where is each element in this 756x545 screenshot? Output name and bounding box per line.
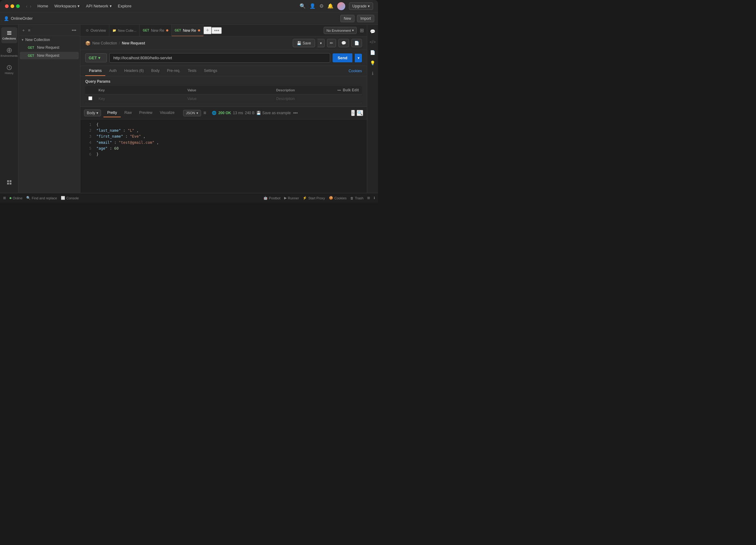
layout-button[interactable]: ⊞	[367, 196, 370, 200]
url-input[interactable]	[109, 53, 330, 63]
chevron-icon: ▾	[22, 38, 23, 42]
minimize-button[interactable]	[11, 4, 14, 8]
resp-tab-visualize[interactable]: Visualize	[156, 109, 178, 117]
start-proxy-button[interactable]: ⚡ Start Proxy	[303, 196, 325, 200]
status-ok: 200 OK	[218, 111, 231, 115]
req-tab-params[interactable]: Params	[85, 66, 105, 76]
right-sidebar-comment-icon[interactable]: 💬	[368, 27, 377, 36]
document-icon-button[interactable]: 📄	[351, 39, 362, 47]
home-link[interactable]: Home	[37, 4, 48, 8]
wrap-icon-button[interactable]: ≡	[203, 110, 207, 116]
titlebar: ‹ › Home Workspaces ▾ API Network ▾ Expl…	[0, 0, 378, 12]
add-tab-button[interactable]: +	[204, 27, 212, 34]
response-section: Body ▾ Pretty Raw Preview Visualize JSON…	[80, 107, 367, 193]
code-line-1: 1 {	[80, 122, 367, 128]
status-grid-button[interactable]: ⊞	[3, 196, 6, 200]
api-network-menu[interactable]: API Network ▾	[86, 4, 111, 8]
key-input[interactable]	[99, 97, 181, 101]
save-dropdown-button[interactable]: ▾	[317, 39, 325, 47]
right-sidebar-info-icon[interactable]: ℹ	[368, 69, 377, 78]
settings-icon[interactable]: ⚙	[319, 3, 324, 9]
send-button[interactable]: Send	[333, 53, 352, 62]
request-item-2[interactable]: GET New Request	[20, 52, 79, 59]
new-button[interactable]: New	[340, 15, 355, 22]
breadcrumb-collection[interactable]: New Collection	[92, 41, 117, 45]
sidebar-item-history[interactable]: History	[1, 62, 17, 78]
upgrade-button[interactable]: Upgrade ▾	[349, 2, 373, 10]
tab-new-req-1[interactable]: 📁 New Colle...	[109, 25, 140, 36]
tab-overview[interactable]: ⊙ Overview	[83, 25, 109, 36]
request-item-1[interactable]: GET New Request	[20, 44, 79, 51]
find-replace-button[interactable]: 🔍 Find and replace	[26, 196, 57, 200]
workspace-actions: New Import	[340, 15, 374, 22]
more-options-icon[interactable]: •••	[71, 27, 77, 33]
maximize-button[interactable]	[16, 4, 20, 8]
team-icon[interactable]: 👤	[309, 3, 316, 9]
collection-item[interactable]: ▾ New Collection	[19, 36, 80, 44]
save-button[interactable]: 💾 Save	[293, 39, 315, 47]
right-sidebar-doc-icon[interactable]: 📄	[368, 48, 377, 57]
add-collection-icon[interactable]: +	[22, 27, 25, 33]
filter-icon[interactable]: ≡	[27, 27, 31, 33]
response-more-button[interactable]: •••	[292, 110, 298, 116]
req-tab-tests[interactable]: Tests	[184, 66, 200, 76]
req-tab-auth[interactable]: Auth	[105, 66, 120, 76]
runner-button[interactable]: ▶ Runner	[284, 196, 299, 200]
search-response-button[interactable]: 🔍	[357, 110, 363, 116]
cookies-status-button[interactable]: 🍪 Cookies	[329, 196, 347, 200]
status-bar: ⊞ Online 🔍 Find and replace ⬜ Console 🤖 …	[0, 193, 378, 203]
resp-tab-preview[interactable]: Preview	[136, 109, 156, 117]
bulk-edit-button[interactable]: Bulk Edit	[343, 88, 359, 92]
cookies-link[interactable]: Cookies	[349, 69, 362, 73]
description-input[interactable]	[276, 97, 359, 101]
tab-new-req-2[interactable]: GET New Re	[140, 25, 171, 36]
format-selector[interactable]: JSON ▾	[183, 110, 201, 116]
breadcrumb-request: New Request	[122, 41, 145, 45]
workspaces-menu[interactable]: Workspaces ▾	[54, 4, 80, 8]
code-line-4: 4 "email" : "test@gmail.com" ,	[80, 140, 367, 146]
req-tab-body[interactable]: Body	[147, 66, 163, 76]
status-online[interactable]: Online	[10, 196, 23, 200]
import-button[interactable]: Import	[357, 15, 374, 22]
explore-link[interactable]: Explore	[118, 4, 132, 8]
resp-tab-pretty[interactable]: Pretty	[103, 109, 120, 117]
bell-icon[interactable]: 🔔	[327, 3, 334, 9]
comment-icon-button[interactable]: 💬	[338, 39, 349, 47]
tab-new-req-3[interactable]: GET New Re	[172, 25, 204, 36]
method-selector[interactable]: GET ▾	[85, 53, 107, 62]
trash-button[interactable]: 🗑 Trash	[350, 196, 363, 200]
send-dropdown-button[interactable]: ▾	[355, 54, 362, 62]
right-sidebar-lightbulb-icon[interactable]: 💡	[368, 59, 377, 67]
postbot-icon: 🤖	[263, 196, 268, 200]
nav-arrows: ‹ ›	[26, 4, 31, 9]
forward-button[interactable]: ›	[30, 4, 31, 9]
back-button[interactable]: ‹	[26, 4, 27, 9]
env-selector[interactable]: No Environment ▾	[324, 27, 357, 34]
req-tab-headers[interactable]: Headers (6)	[120, 66, 147, 76]
help-button[interactable]: ℹ	[374, 196, 375, 200]
edit-icon-button[interactable]: ✏	[327, 39, 336, 47]
postbot-button[interactable]: 🤖 Postbot	[263, 196, 280, 200]
value-input[interactable]	[187, 97, 270, 101]
search-icon[interactable]: 🔍	[300, 3, 306, 9]
resp-tab-raw[interactable]: Raw	[121, 109, 136, 117]
console-button[interactable]: ⬜ Console	[61, 196, 79, 200]
right-sidebar-code-icon[interactable]: </>	[368, 38, 377, 46]
save-example-button[interactable]: 💾 Save as example	[256, 111, 291, 115]
avatar[interactable]	[337, 2, 345, 10]
close-button[interactable]	[5, 4, 9, 8]
sidebar-item-collections[interactable]: Collections	[1, 27, 17, 43]
body-tab-selector[interactable]: Body ▾	[84, 110, 101, 116]
titlebar-right: 🔍 👤 ⚙ 🔔 Upgrade ▾	[300, 2, 373, 10]
svg-rect-7	[7, 183, 9, 185]
sidebar-item-environments[interactable]: Environments	[1, 44, 17, 61]
code-line-6: 6 }	[80, 152, 367, 157]
more-tabs-button[interactable]: •••	[212, 27, 222, 34]
req-tab-settings[interactable]: Settings	[200, 66, 221, 76]
copy-button[interactable]: ⎘	[351, 110, 355, 116]
sidebar-item-more[interactable]	[1, 174, 17, 191]
grid-layout-button[interactable]: ⊞	[359, 27, 364, 34]
req-tab-prereq[interactable]: Pre-req.	[163, 66, 184, 76]
row-checkbox[interactable]	[88, 96, 92, 100]
svg-rect-1	[7, 33, 11, 34]
